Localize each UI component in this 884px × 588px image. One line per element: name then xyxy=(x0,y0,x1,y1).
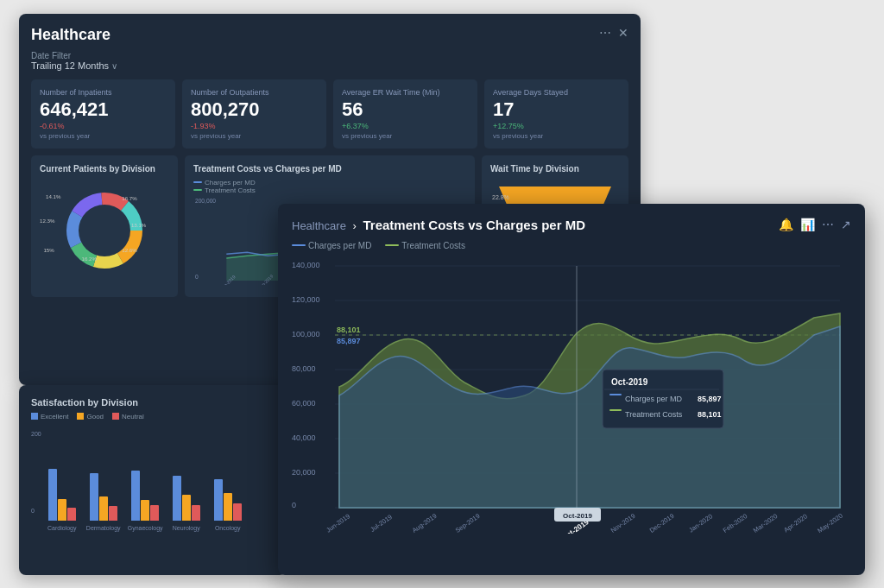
kpi-label-2: Average ER Wait Time (Min) xyxy=(342,88,469,97)
kpi-row: Number of Inpatients 646,421 -0.61% vs p… xyxy=(31,79,628,149)
kpi-change-2: +6.37% xyxy=(342,122,469,130)
expanded-header: Healthcare › Treatment Costs vs Charges … xyxy=(292,218,851,232)
more-icon[interactable]: ⋯ xyxy=(822,218,834,231)
svg-text:13.1%: 13.1% xyxy=(131,221,147,227)
kpi-card-er-wait: Average ER Wait Time (Min) 56 +6.37% vs … xyxy=(333,79,477,149)
donut-title: Current Patients by Division xyxy=(40,164,169,174)
svg-text:0: 0 xyxy=(292,501,296,509)
svg-text:Dec-2019: Dec-2019 xyxy=(648,511,676,533)
kpi-change-1: -1.93% xyxy=(191,122,318,130)
svg-text:16.7%: 16.7% xyxy=(122,194,137,200)
svg-text:Jun-2019: Jun-2019 xyxy=(325,512,351,534)
svg-text:100,000: 100,000 xyxy=(292,330,320,338)
svg-text:20,000: 20,000 xyxy=(292,468,316,477)
svg-text:22.8%: 22.8% xyxy=(492,194,509,200)
svg-text:Mar-2020: Mar-2020 xyxy=(752,512,779,534)
funnel-title: Wait Time by Division xyxy=(490,164,620,174)
kpi-value-1: 800,270 xyxy=(191,100,318,119)
svg-text:Oct-2019: Oct-2019 xyxy=(563,512,592,520)
kpi-vs-2: vs previous year xyxy=(342,132,469,140)
legend-good: Good xyxy=(77,413,104,420)
svg-text:16.2%: 16.2% xyxy=(82,256,98,262)
svg-text:80,000: 80,000 xyxy=(292,364,316,373)
sat-group-dermatology: Dermatology xyxy=(86,434,121,531)
svg-text:14.1%: 14.1% xyxy=(46,193,61,199)
expanded-icons[interactable]: 🔔 📊 ⋯ ↗ xyxy=(779,218,851,231)
satisfaction-title: Satisfaction by Division xyxy=(31,397,275,408)
sat-label-gynaecology: Gynaecology xyxy=(128,525,162,531)
exp-legend-costs: Treatment Costs xyxy=(385,241,465,250)
svg-rect-67 xyxy=(609,394,622,395)
expanded-chart-svg: 140,000 120,000 100,000 80,000 60,000 40… xyxy=(292,257,844,534)
more-icon[interactable]: ⋯ xyxy=(599,26,611,40)
expanded-chart-area: 140,000 120,000 100,000 80,000 60,000 40… xyxy=(292,257,851,537)
legend-costs: Treatment Costs xyxy=(193,187,466,194)
expanded-chart-panel: Healthcare › Treatment Costs vs Charges … xyxy=(278,204,865,575)
donut-labels-svg: 16.7% 13.1% 12.6% 16.2% 15% 12.3% 14.1% xyxy=(40,179,169,282)
svg-text:Nov-2019: Nov-2019 xyxy=(609,511,637,533)
sat-label-oncology: Oncology xyxy=(211,525,245,531)
svg-text:85,897: 85,897 xyxy=(698,395,722,403)
svg-text:120,000: 120,000 xyxy=(292,295,320,304)
donut-container: 16.7% 13.1% 12.6% 16.2% 15% 12.3% 14.1% xyxy=(40,179,169,282)
close-icon[interactable]: ✕ xyxy=(618,26,628,40)
legend-excellent: Excellent xyxy=(31,413,68,420)
expanded-chart-title: Treatment Costs vs Charges per MD xyxy=(363,218,585,232)
kpi-change-3: +12.75% xyxy=(493,122,620,130)
svg-text:12.3%: 12.3% xyxy=(40,218,55,224)
kpi-label-3: Average Days Stayed xyxy=(493,88,620,97)
sat-label-dermatology: Dermatology xyxy=(86,525,121,531)
expanded-breadcrumb: Healthcare › Treatment Costs vs Charges … xyxy=(292,218,585,232)
sat-group-oncology: Oncology xyxy=(211,434,245,531)
svg-text:Feb-2020: Feb-2020 xyxy=(722,512,748,534)
svg-text:Aug-2019: Aug-2019 xyxy=(411,511,439,533)
satisfaction-card: Satisfaction by Division Excellent Good … xyxy=(19,385,287,575)
svg-rect-70 xyxy=(609,409,622,411)
satisfaction-chart: Cardiology Dermatology xyxy=(45,427,245,531)
sat-label-cardiology: Cardiology xyxy=(45,525,79,531)
kpi-label-0: Number of Inpatients xyxy=(40,88,167,97)
y-axis-200: 200 xyxy=(31,431,41,437)
kpi-vs-3: vs previous year xyxy=(493,132,620,140)
svg-text:May-2020: May-2020 xyxy=(816,511,843,533)
sat-group-gynaecology: Gynaecology xyxy=(128,434,162,531)
legend-charges: Charges per MD xyxy=(193,179,466,187)
svg-text:88,101: 88,101 xyxy=(698,410,722,419)
svg-text:85,897: 85,897 xyxy=(337,337,361,345)
svg-text:88,101: 88,101 xyxy=(337,326,361,334)
svg-text:Treatment Costs: Treatment Costs xyxy=(625,410,683,419)
expand-icon[interactable]: ↗ xyxy=(841,218,851,231)
kpi-value-2: 56 xyxy=(342,100,469,119)
kpi-value-0: 646,421 xyxy=(40,100,167,119)
alert-icon[interactable]: 🔔 xyxy=(779,218,793,231)
chart-icon[interactable]: 📊 xyxy=(800,218,815,231)
svg-text:Oct-2019: Oct-2019 xyxy=(611,377,648,387)
expanded-legend: Charges per MD Treatment Costs xyxy=(292,241,851,250)
window-controls[interactable]: ⋯ ✕ xyxy=(599,26,628,40)
kpi-card-outpatients: Number of Outpatients 800,270 -1.93% vs … xyxy=(182,79,326,149)
satisfaction-legend: Excellent Good Neutral xyxy=(31,413,275,420)
kpi-card-inpatients: Number of Inpatients 646,421 -0.61% vs p… xyxy=(31,79,175,149)
svg-text:Sep-2019: Sep-2019 xyxy=(454,511,482,533)
date-filter-value[interactable]: Trailing 12 Months xyxy=(31,60,109,71)
kpi-card-days-stayed: Average Days Stayed 17 +12.75% vs previo… xyxy=(484,79,628,149)
svg-text:15%: 15% xyxy=(43,246,54,252)
kpi-vs-0: vs previous year xyxy=(40,132,167,140)
svg-text:40,000: 40,000 xyxy=(292,433,316,442)
svg-text:Jul-2019: Jul-2019 xyxy=(369,513,394,534)
sat-label-neurology: Neurology xyxy=(169,525,204,531)
kpi-value-3: 17 xyxy=(493,100,620,119)
date-filter: Date Filter Trailing 12 Months ∨ xyxy=(31,51,628,71)
line-chart-mini-title: Treatment Costs vs Charges per MD xyxy=(193,164,466,174)
kpi-vs-1: vs previous year xyxy=(191,132,318,140)
svg-text:Jan-2020: Jan-2020 xyxy=(687,512,714,534)
sat-group-neurology: Neurology xyxy=(169,434,204,531)
legend-neutral: Neutral xyxy=(112,413,144,420)
svg-text:200,000: 200,000 xyxy=(195,197,216,203)
svg-text:Charges per MD: Charges per MD xyxy=(625,395,683,403)
donut-card: Current Patients by Division xyxy=(31,155,178,297)
y-axis-0: 0 xyxy=(31,508,41,514)
svg-text:140,000: 140,000 xyxy=(292,261,320,269)
svg-text:60,000: 60,000 xyxy=(292,399,316,408)
svg-text:0: 0 xyxy=(195,273,199,279)
